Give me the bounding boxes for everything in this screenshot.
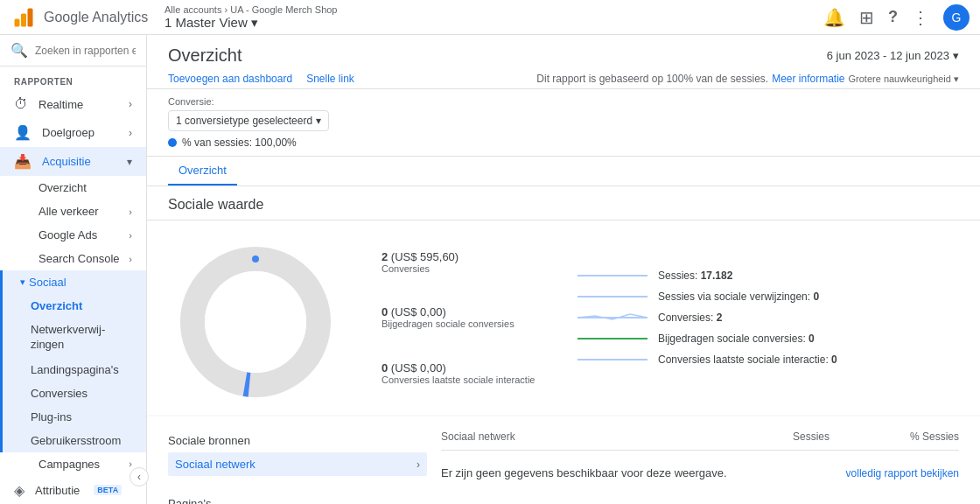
sidebar-child-sociaal[interactable]: ▾ Sociaal — [3, 270, 146, 294]
legend-line-bijgedragen — [578, 338, 648, 340]
more-options-icon[interactable]: ⋮ — [912, 7, 929, 28]
chart-left-labels: 2 (US$ 595,60) Conversies 0 (US$ 0,00) B… — [382, 234, 556, 401]
conversion-selector-text: 1 conversietype geselecteerd — [176, 115, 312, 127]
sidebar-item-label-doelgroep: Doelgroep — [42, 126, 94, 139]
legend-line-sessies — [578, 275, 648, 276]
sidebar-child-overzicht[interactable]: Overzicht — [0, 176, 146, 200]
apps-grid-icon[interactable]: ⊞ — [859, 7, 874, 28]
avatar[interactable]: G — [943, 4, 970, 31]
realtime-expand-icon: › — [129, 98, 132, 110]
sociaal-expand-icon: ▾ — [20, 276, 25, 288]
sidebar-child-conversies[interactable]: Conversies — [3, 382, 146, 405]
sidebar-child-gebruikersstroom[interactable]: Gebruikersstroom — [3, 429, 146, 452]
doelgroep-icon: 👤 — [14, 124, 32, 141]
main-content: Overzicht 6 jun 2023 - 12 jun 2023 ▾ Toe… — [147, 35, 980, 504]
logo-area: Google Analytics — [10, 4, 150, 31]
view-selector[interactable]: 1 Master View ▾ — [164, 15, 823, 31]
sidebar-child-netwerkverwijzingen[interactable]: Netwerkverwij­zingen — [3, 318, 146, 358]
legend-line-laatste — [578, 359, 648, 360]
sidebar-child-campagnes[interactable]: Campagnes › — [0, 452, 146, 476]
bottom-section: Sociale bronnen Sociaal netwerk › Sociaa… — [147, 416, 980, 504]
sociale-bronnen-title: Sociale bronnen — [168, 434, 427, 447]
sidebar-child-search-console[interactable]: Search Console › — [0, 247, 146, 270]
paginas-section: Pagina's Gedeelde URL — [168, 497, 959, 504]
sociale-bronnen-section: Sociale bronnen Sociaal netwerk › Sociaa… — [168, 427, 959, 490]
sidebar-section-label: RAPPORTEN — [0, 66, 146, 90]
legend-bijgedragen-sociaal: Bijgedragen sociale conversies: 0 — [578, 332, 884, 345]
legend-line-sessies-sociaal — [578, 296, 648, 298]
sidebar-child-soc-overzicht[interactable]: Overzicht — [3, 294, 146, 318]
legend-line-conversies — [578, 317, 648, 318]
help-icon[interactable]: ? — [888, 8, 898, 26]
top-bar: Google Analytics Alle accounts › UA - Go… — [0, 0, 980, 35]
sidebar-item-label-realtime: Realtime — [38, 98, 83, 111]
campagnes-expand-icon: › — [129, 458, 132, 469]
sidebar-child-plug-ins[interactable]: Plug-ins — [3, 405, 146, 429]
alle-verkeer-expand-icon: › — [129, 206, 132, 217]
col-header-sociaal-netwerk: Sociaal netwerk — [441, 427, 700, 446]
search-console-expand-icon: › — [129, 254, 132, 264]
beta-badge: BETA — [94, 485, 122, 495]
add-to-dashboard-link[interactable]: Toevoegen aan dashboard — [168, 73, 292, 85]
sidebar-child-google-ads[interactable]: Google Ads › — [0, 223, 146, 247]
conversion-selector[interactable]: 1 conversietype geselecteerd ▾ — [168, 110, 329, 131]
accuracy-more-info-link[interactable]: Meer informatie — [772, 73, 844, 85]
sociale-bronnen-left: Sociale bronnen Sociaal netwerk › — [168, 427, 441, 476]
legend-sessies: Sessies: 17.182 — [578, 270, 884, 282]
quick-link-link[interactable]: Snelle link — [306, 73, 354, 85]
no-data-message: Er zijn geen gegevens beschikbaar voor d… — [441, 456, 846, 490]
app-title: Google Analytics — [44, 10, 148, 25]
view-chevron: ▾ — [251, 15, 258, 31]
date-range-text: 6 jun 2023 - 12 jun 2023 — [827, 49, 949, 62]
svg-rect-2 — [28, 8, 33, 26]
sociaal-netwerk-link[interactable]: Sociaal netwerk — [175, 458, 413, 471]
legend-section: Sessies: 17.182 Sessies via sociale verw… — [578, 234, 884, 401]
legend-conversies: Conversies: 2 — [578, 312, 884, 324]
chart-label-laatste: 0 (US$ 0,00) Conversies laatste sociale … — [382, 361, 556, 385]
full-report-link[interactable]: volledig rapport bekijken — [846, 464, 959, 483]
svg-point-5 — [205, 271, 306, 373]
sidebar-item-attributie[interactable]: ◈ Attributie BETA — [0, 476, 146, 504]
sidebar-item-doelgroep[interactable]: 👤 Doelgroep › — [0, 118, 146, 147]
acquisitie-expand-icon: ▾ — [127, 156, 132, 168]
header-icons: 🔔 ⊞ ? ⋮ G — [823, 4, 970, 31]
sociaal-netwerk-expand-icon[interactable]: › — [416, 458, 420, 471]
sidebar-child-landingspaginas[interactable]: Landingspagina's — [3, 358, 146, 382]
sidebar-item-acquisitie-group: 📥 Acquisitie ▾ Overzicht Alle verkeer › … — [0, 147, 146, 476]
chart-section: 2 (US$ 595,60) Conversies 0 (US$ 0,00) B… — [147, 220, 980, 415]
donut-chart — [168, 234, 360, 401]
sidebar-collapse-button[interactable]: ‹ — [130, 467, 149, 486]
attributie-icon: ◈ — [14, 482, 24, 499]
svg-rect-0 — [15, 18, 20, 26]
conversion-chevron-icon: ▾ — [316, 115, 321, 127]
acquisitie-icon: 📥 — [14, 153, 32, 170]
page-title: Overzicht — [168, 46, 242, 66]
tab-overzicht[interactable]: Overzicht — [168, 157, 237, 186]
sidebar-subgroup-sociaal: ▾ Sociaal Overzicht Netwerkverwij­zingen… — [0, 270, 146, 452]
accuracy-text: Dit rapport is gebaseerd op 100% van de … — [536, 73, 768, 85]
conversion-section: Conversie: 1 conversietype geselecteerd … — [147, 89, 980, 157]
search-box: 🔍 — [0, 35, 146, 66]
conversion-label: Conversie: — [168, 96, 959, 107]
date-range-chevron: ▾ — [953, 49, 959, 62]
sidebar-item-realtime[interactable]: ⏱ Realtime › — [0, 90, 146, 118]
col-header-sessies: Sessies — [700, 427, 830, 446]
realtime-icon: ⏱ — [14, 96, 28, 112]
sociale-bronnen-row: Sociaal netwerk › — [168, 452, 427, 476]
page-header: Overzicht 6 jun 2023 - 12 jun 2023 ▾ Toe… — [147, 35, 980, 89]
accuracy-bar: Dit rapport is gebaseerd op 100% van de … — [536, 73, 959, 85]
legend-line-svg-conversies — [578, 311, 648, 325]
view-name: 1 Master View — [164, 15, 248, 30]
search-input[interactable] — [35, 45, 136, 57]
breadcrumb-top: Alle accounts › UA - Google Merch Shop — [164, 4, 823, 15]
tab-bar: Overzicht — [147, 157, 980, 186]
sidebar-child-alle-verkeer[interactable]: Alle verkeer › — [0, 200, 146, 223]
notifications-icon[interactable]: 🔔 — [823, 7, 845, 28]
svg-rect-1 — [21, 13, 26, 26]
donut-svg — [168, 234, 343, 401]
accuracy-dropdown[interactable]: Grotere nauwkeurigheid ▾ — [849, 74, 959, 85]
legend-sessies-sociaal: Sessies via sociale verwijzingen: 0 — [578, 290, 884, 303]
sidebar-item-acquisitie[interactable]: 📥 Acquisitie ▾ — [0, 147, 146, 176]
sidebar: 🔍 RAPPORTEN ⏱ Realtime › 👤 Doelgroep › 📥… — [0, 35, 147, 504]
date-range-button[interactable]: 6 jun 2023 - 12 jun 2023 ▾ — [827, 49, 959, 62]
